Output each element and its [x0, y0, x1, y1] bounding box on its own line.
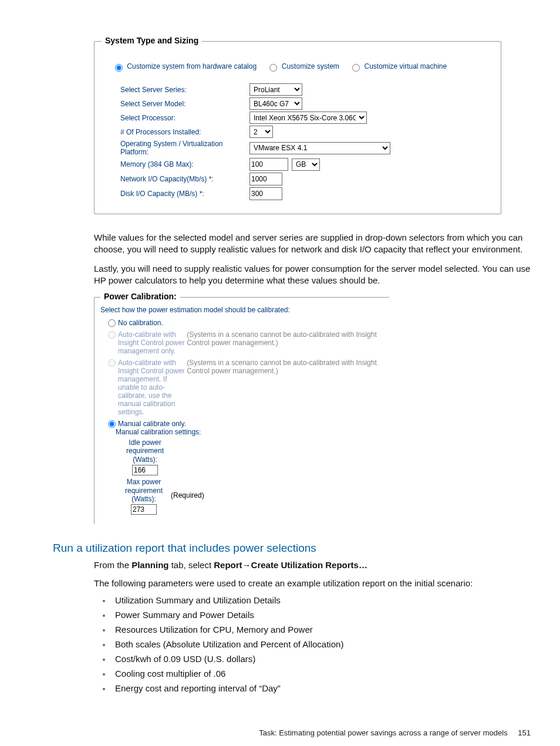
radio-auto-calibrate-fallback: Auto-calibrate with Insight Control powe…	[105, 359, 187, 416]
prose-paragraph-2: Lastly, you will need to supply realisti…	[53, 263, 542, 287]
system-form: Select Server Series: ProLiant Select Se…	[120, 83, 489, 200]
disk-io-input[interactable]	[249, 187, 282, 200]
processor-select[interactable]: Intel Xeon X5675 Six-Core 3.06GHz	[249, 112, 367, 124]
proc-count-select[interactable]: 2	[249, 126, 273, 138]
system-panel-legend: System Type and Sizing	[102, 36, 202, 45]
radio-customize-catalog-input[interactable]	[115, 64, 123, 72]
max-power-caption: Max power requirement (Watts):	[120, 478, 167, 503]
server-model-label: Select Server Model:	[120, 100, 249, 108]
radio-customize-system[interactable]: Customize system	[266, 62, 341, 70]
radio-manual-calibrate[interactable]: Manual calibrate only.	[105, 420, 222, 428]
idle-power-block: Idle power requirement (Watts):	[122, 438, 168, 475]
list-item: Utilization Summary and Utilization Deta…	[112, 595, 542, 605]
radio-customize-catalog-label: Customize system from hardware catalog	[127, 62, 257, 70]
radio-customize-system-label: Customize system	[282, 62, 339, 70]
max-power-required: (Required)	[171, 491, 204, 499]
power-top-label: Select how the power estimation model sh…	[100, 306, 384, 314]
footer-page-number: 151	[518, 728, 531, 737]
power-calibration-panel: Power Calibration: Select how the power …	[94, 297, 390, 524]
memory-label: Memory (384 GB Max):	[120, 160, 249, 168]
radio-auto-calibrate-fallback-label: Auto-calibrate with Insight Control powe…	[118, 359, 187, 416]
radio-auto-calibrate-fallback-input	[108, 359, 116, 367]
list-item: Cooling cost multiplier of .06	[112, 669, 542, 679]
auto-calibrate-note-1: (Systems in a scenario cannot be auto-ca…	[187, 330, 384, 347]
server-model-select[interactable]: BL460c G7	[249, 97, 302, 110]
radio-customize-vm-label: Customize virtual machine	[365, 62, 447, 70]
net-io-label: Network I/O Capacity(Mb/s) *:	[120, 175, 249, 183]
power-panel-legend: Power Calibration:	[100, 292, 180, 301]
list-item: Both scales (Absolute Utilization and Pe…	[112, 639, 542, 649]
memory-unit-select[interactable]: GB	[292, 158, 320, 171]
radio-no-calibration-input[interactable]	[108, 319, 116, 327]
auto-calibrate-note-2: (Systems in a scenario cannot be auto-ca…	[187, 359, 384, 375]
os-label: Operating System / Virtualization Platfo…	[120, 140, 249, 156]
radio-no-calibration[interactable]: No calibration.	[105, 319, 222, 327]
radio-auto-calibrate-only: Auto-calibrate with Insight Control powe…	[105, 330, 187, 355]
report-params-list: Utilization Summary and Utilization Deta…	[94, 595, 542, 693]
radio-customize-vm-input[interactable]	[352, 64, 360, 72]
radio-customize-catalog[interactable]: Customize system from hardware catalog	[112, 62, 258, 70]
max-power-input[interactable]	[131, 504, 157, 515]
idle-power-caption: Idle power requirement (Watts):	[122, 438, 168, 464]
list-item: Cost/kwh of 0.09 USD (U.S. dollars)	[112, 654, 542, 664]
list-item: Energy cost and reporting interval of “D…	[112, 683, 542, 693]
idle-power-input[interactable]	[132, 465, 158, 475]
page-footer: Task: Estimating potential power savings…	[53, 728, 542, 737]
proc-count-label: # Of Processors Installed:	[120, 128, 249, 136]
list-item: Resources Utilization for CPU, Memory an…	[112, 625, 542, 634]
radio-customize-vm[interactable]: Customize virtual machine	[349, 62, 447, 70]
prose-paragraph-1: While values for the selected model and …	[53, 232, 542, 256]
radio-auto-calibrate-only-input	[108, 331, 116, 339]
radio-no-calibration-label: No calibration.	[118, 319, 163, 327]
system-type-sizing-panel: System Type and Sizing Customize system …	[94, 41, 501, 214]
disk-io-label: Disk I/O Capacity (MB/s) *:	[120, 190, 249, 198]
memory-input[interactable]	[249, 158, 288, 171]
net-io-input[interactable]	[249, 173, 282, 185]
report-body: From the Planning tab, select Report→Cre…	[94, 559, 542, 693]
system-customize-mode: Customize system from hardware catalog C…	[112, 62, 489, 72]
footer-task: Task: Estimating potential power savings…	[259, 728, 507, 737]
server-series-label: Select Server Series:	[120, 86, 249, 94]
server-series-select[interactable]: ProLiant	[249, 83, 302, 96]
report-params-intro: The following parameters were used to cr…	[94, 578, 542, 589]
radio-auto-calibrate-only-label: Auto-calibrate with Insight Control powe…	[118, 330, 187, 355]
section-heading: Run a utilization report that includes p…	[53, 542, 542, 555]
os-select[interactable]: VMware ESX 4.1	[249, 142, 390, 154]
manual-calibration-settings-label: Manual calibration settings:	[116, 428, 222, 436]
processor-label: Select Processor:	[120, 114, 249, 122]
list-item: Power Summary and Power Details	[112, 610, 542, 620]
radio-customize-system-input[interactable]	[269, 64, 277, 72]
max-power-block: Max power requirement (Watts):	[120, 478, 167, 515]
radio-manual-calibrate-label: Manual calibrate only.	[118, 420, 186, 428]
report-instruction: From the Planning tab, select Report→Cre…	[94, 559, 542, 571]
radio-manual-calibrate-input[interactable]	[108, 420, 116, 428]
